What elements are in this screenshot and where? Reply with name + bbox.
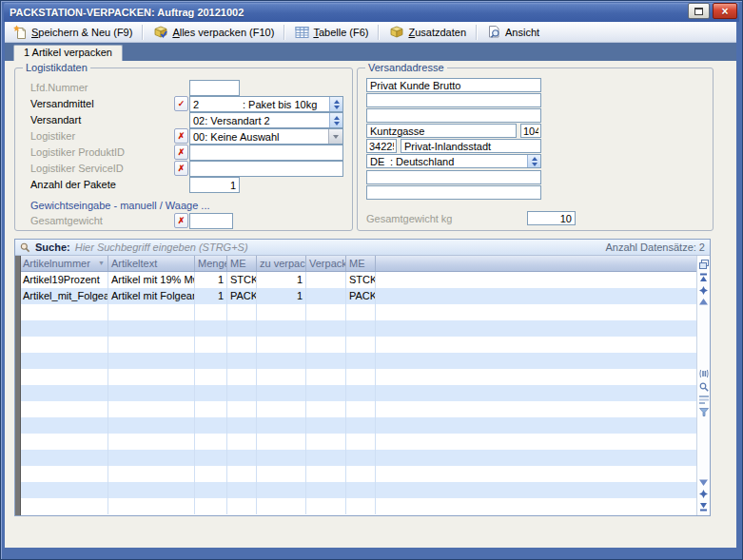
- search-icon: [20, 242, 30, 253]
- address-extra2-input[interactable]: [366, 185, 541, 200]
- title-bar[interactable]: PACKSTATION-VERPACKEN: Auftrag 20121002: [4, 3, 739, 22]
- table-row[interactable]: [20, 304, 696, 320]
- table-cell: [346, 304, 376, 320]
- country-combo[interactable]: DE : Deutschland: [366, 154, 541, 168]
- table-cell: [20, 466, 108, 482]
- toolbar-separator: [476, 25, 478, 40]
- versandmittel-combo[interactable]: 2 : Paket bis 10kg: [189, 96, 343, 112]
- next-row-icon[interactable]: [699, 479, 708, 486]
- country-name: : Deutschland: [390, 156, 454, 167]
- header-zu-verpacken[interactable]: zu verpacke: [257, 256, 306, 271]
- pakete-input[interactable]: [189, 177, 240, 193]
- serviceid-input[interactable]: [189, 161, 343, 177]
- weight-entry-link[interactable]: Gewichtseingabe - manuell / Waage ...: [30, 200, 210, 211]
- row-selector-strip: [15, 256, 21, 515]
- page-down-icon[interactable]: [699, 490, 708, 498]
- toolbar-button-zusatzdaten[interactable]: Zusatzdaten: [384, 23, 471, 42]
- table-cell: [195, 417, 227, 434]
- prev-row-icon[interactable]: [699, 299, 708, 305]
- goto-last-icon[interactable]: [699, 502, 708, 512]
- summary-icon[interactable]: [699, 396, 709, 404]
- produktid-input[interactable]: [189, 145, 343, 161]
- table-row[interactable]: [20, 417, 696, 434]
- table-cell: STCK: [227, 272, 257, 288]
- address-name2-input[interactable]: [366, 93, 541, 107]
- close-button[interactable]: ×: [713, 3, 737, 19]
- toolbar-separator: [142, 25, 144, 40]
- table-row[interactable]: [20, 401, 696, 417]
- address-extra1-input[interactable]: [366, 170, 541, 184]
- address-street-input[interactable]: [366, 124, 517, 138]
- toolbar-button-speichern-neu[interactable]: Speichern & Neu (F9): [9, 23, 137, 42]
- address-name1-input[interactable]: [366, 78, 541, 92]
- table-row[interactable]: Artikel_mit_FolgeartikelArtikel mit Folg…: [20, 288, 696, 304]
- table-cell: [20, 353, 108, 369]
- table-cell-filler: [376, 337, 696, 353]
- toolbar: Speichern & Neu (F9) Alles verpacken (F1…: [5, 22, 736, 43]
- table-cell: [195, 482, 227, 498]
- address-zip-input[interactable]: [366, 139, 397, 153]
- table-cell: [20, 482, 108, 498]
- table-cell: [108, 320, 195, 337]
- lfd-nummer-input[interactable]: [189, 80, 240, 96]
- table-row[interactable]: [20, 337, 696, 353]
- grid-search-icon[interactable]: [699, 382, 709, 392]
- header-me2[interactable]: ME: [346, 256, 376, 271]
- address-house-number-input[interactable]: [520, 124, 541, 138]
- table-row[interactable]: [20, 466, 696, 482]
- table-cell: [346, 369, 376, 385]
- toolbar-button-tabelle[interactable]: Tabelle (F6): [290, 23, 373, 42]
- spinner-icon[interactable]: [329, 113, 342, 127]
- table-row[interactable]: [20, 369, 696, 385]
- table-cell: Artikel19Prozent: [20, 272, 108, 288]
- toolbar-button-ansicht[interactable]: Ansicht: [482, 23, 544, 42]
- table-cell: [108, 401, 195, 417]
- table-row[interactable]: Artikel19ProzentArtikel mit 19% MwSt.1ST…: [20, 272, 696, 288]
- table-cell: [257, 466, 306, 482]
- table-cell: [257, 434, 306, 450]
- table-cell: [108, 369, 195, 385]
- table-cell: [346, 353, 376, 369]
- table-cell: [108, 498, 195, 514]
- header-artikeltext[interactable]: Artikeltext: [108, 256, 195, 271]
- table-row[interactable]: [20, 320, 696, 337]
- toolbar-button-alles-verpacken[interactable]: Alles verpacken (F10): [148, 23, 279, 42]
- logistiker-combo[interactable]: 00: Keine Auswahl: [189, 128, 343, 145]
- goto-first-icon[interactable]: [699, 273, 708, 282]
- table-cell: [306, 288, 346, 304]
- address-city-input[interactable]: [401, 139, 541, 153]
- table-cell: [257, 369, 306, 385]
- weight-kg-input[interactable]: [527, 211, 576, 225]
- grid-corner-icon[interactable]: [699, 260, 709, 269]
- table-cell: [257, 498, 306, 514]
- search-bar[interactable]: Suche: Hier Suchbegriff eingeben (STRG+S…: [15, 240, 710, 256]
- spinner-icon[interactable]: [527, 155, 540, 167]
- column-width-icon[interactable]: [699, 369, 709, 378]
- table-row[interactable]: [20, 434, 696, 450]
- table-row[interactable]: [20, 498, 696, 514]
- versandart-combo[interactable]: 02: Versandart 2: [189, 112, 343, 128]
- table-cell: [257, 401, 306, 417]
- gesamtgewicht-input[interactable]: [189, 213, 233, 229]
- address-name3-input[interactable]: [366, 108, 541, 123]
- header-menge[interactable]: Menge: [195, 256, 227, 271]
- table-cell: [257, 320, 306, 337]
- filter-icon[interactable]: [699, 408, 709, 416]
- restore-button[interactable]: [688, 3, 710, 19]
- table-cell: [257, 482, 306, 498]
- spinner-icon[interactable]: [329, 97, 342, 111]
- table-row[interactable]: [20, 353, 696, 369]
- search-input[interactable]: Hier Suchbegriff eingeben (STRG+S): [75, 241, 248, 253]
- page-up-icon[interactable]: [699, 286, 708, 295]
- table-row[interactable]: [20, 450, 696, 466]
- window-buttons: ×: [688, 3, 737, 19]
- header-me[interactable]: ME: [227, 256, 257, 271]
- table-row[interactable]: [20, 482, 696, 498]
- table-cell: [195, 337, 227, 353]
- tab-artikel-verpacken[interactable]: 1 Artikel verpacken: [13, 45, 123, 61]
- table-cell: [306, 369, 346, 385]
- address-group: Versandadresse DE : Deutschland: [357, 68, 714, 231]
- table-row[interactable]: [20, 385, 696, 401]
- header-artikelnummer[interactable]: Artikelnummer▼: [20, 256, 108, 271]
- header-verpackt[interactable]: Verpackt: [306, 256, 346, 271]
